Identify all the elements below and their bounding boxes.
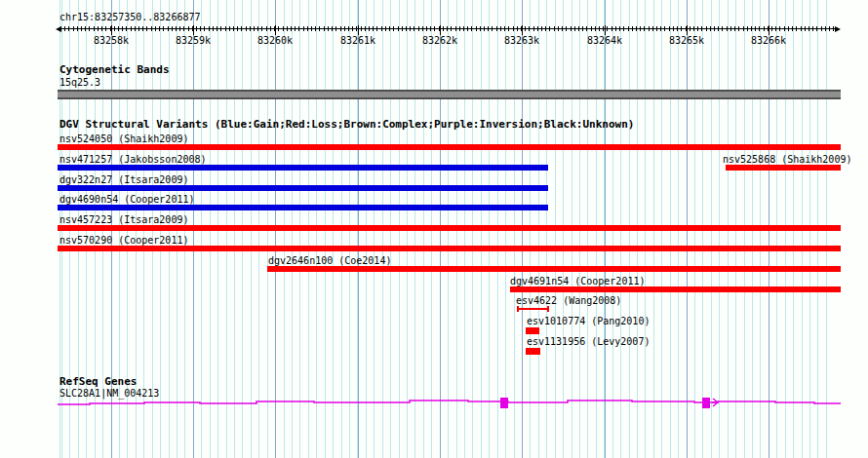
ruler-tick-label: 83258k bbox=[80, 35, 142, 46]
ruler-tick-label: 83262k bbox=[409, 35, 471, 46]
ruler-tick-label: 83265k bbox=[655, 35, 718, 46]
variant-bar[interactable] bbox=[58, 225, 841, 231]
variant-bar[interactable] bbox=[517, 308, 549, 310]
ruler-major-tick bbox=[193, 25, 194, 35]
cytoband-bar[interactable] bbox=[58, 90, 841, 99]
refseq-track-title: RefSeq Genes bbox=[59, 376, 137, 388]
variant-bar[interactable] bbox=[58, 165, 548, 171]
ruler-minor-ticks bbox=[60, 26, 835, 31]
gene-label[interactable]: SLC28A1|NM_004213 bbox=[59, 388, 159, 399]
ruler-tick-label: 83266k bbox=[737, 35, 800, 46]
ruler-tick-label: 83259k bbox=[162, 35, 224, 46]
variant-label[interactable]: dgv2646n100 (Coe2014) bbox=[268, 255, 391, 266]
cytobands-track-title: Cytogenetic Bands bbox=[59, 64, 170, 76]
variant-bar[interactable] bbox=[726, 165, 841, 171]
variant-label[interactable]: dgv4690n54 (Cooper2011) bbox=[59, 194, 194, 205]
ruler-tick-label: 83264k bbox=[573, 35, 636, 46]
ruler-tick-label: 83261k bbox=[327, 35, 389, 46]
variant-bar[interactable] bbox=[510, 286, 841, 292]
variant-label[interactable]: nsv570290 (Cooper2011) bbox=[59, 235, 188, 246]
variant-bar[interactable] bbox=[526, 327, 539, 334]
variant-label[interactable]: dgv4691n54 (Cooper2011) bbox=[510, 276, 645, 286]
ruler-major-tick bbox=[605, 25, 606, 35]
ruler-right-arrow-icon bbox=[835, 26, 841, 32]
variant-bar[interactable] bbox=[267, 266, 841, 272]
variant-label[interactable]: nsv471257 (Jakobsson2008) bbox=[59, 154, 207, 165]
ruler-major-tick bbox=[111, 25, 112, 35]
ruler-major-tick bbox=[769, 25, 769, 35]
ruler-left-arrow-icon bbox=[56, 26, 61, 32]
variant-label[interactable]: dgv322n27 (Itsara2009) bbox=[59, 174, 188, 185]
ruler-major-tick bbox=[522, 25, 523, 35]
variant-label[interactable]: esv1010774 (Pang2010) bbox=[527, 316, 650, 326]
cytoband-label: 15q25.3 bbox=[59, 77, 100, 88]
ruler-tick-label: 83263k bbox=[491, 35, 553, 46]
ruler-major-tick bbox=[440, 25, 441, 35]
variant-bar[interactable] bbox=[58, 144, 841, 150]
variant-bar[interactable] bbox=[526, 348, 540, 355]
variant-label[interactable]: nsv457223 (Itsara2009) bbox=[59, 214, 188, 225]
ruler-major-tick bbox=[687, 25, 688, 35]
variant-bar-cap[interactable] bbox=[547, 306, 549, 312]
variant-bar[interactable] bbox=[58, 185, 548, 191]
ruler-major-tick bbox=[275, 25, 276, 35]
ruler-major-tick bbox=[358, 25, 359, 35]
genome-browser-view: chr15:83257350..83266877 83258k83259k832… bbox=[0, 0, 868, 458]
variant-label[interactable]: esv1131956 (Levy2007) bbox=[527, 336, 650, 347]
dgv-track-title: DGV Structural Variants (Blue:Gain;Red:L… bbox=[59, 119, 634, 131]
ruler-tick-label: 83260k bbox=[244, 35, 306, 46]
variant-bar[interactable] bbox=[58, 205, 548, 210]
region-title: chr15:83257350..83266877 bbox=[59, 12, 201, 22]
variant-bar[interactable] bbox=[58, 246, 841, 251]
variant-label[interactable]: nsv524050 (Shaikh2009) bbox=[59, 134, 188, 144]
variant-bar-cap[interactable] bbox=[517, 306, 519, 312]
variant-label[interactable]: nsv525868 (Shaikh2009) bbox=[723, 154, 851, 165]
variant-label[interactable]: esv4622 (Wang2008) bbox=[516, 295, 621, 306]
